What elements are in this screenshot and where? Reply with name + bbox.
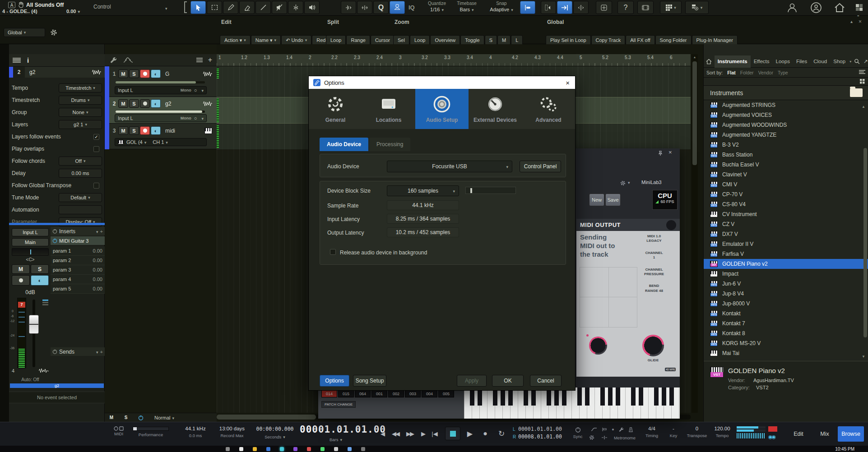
sort-option[interactable]: Type: [778, 70, 788, 75]
knob-glide[interactable]: [642, 335, 664, 356]
instrument-item[interactable]: VST3 Jup-8000 V: [704, 299, 868, 309]
autoscroll-button[interactable]: [557, 1, 572, 14]
automation-mode[interactable]: Auto: Off: [12, 377, 49, 382]
pan-control[interactable]: [12, 248, 49, 256]
pencil-tool-button[interactable]: [223, 1, 238, 14]
track-solo-button[interactable]: S: [129, 69, 139, 78]
loop-range-display[interactable]: L00001.01.01.00 R00008.01.01.00: [513, 426, 562, 440]
folder-icon[interactable]: [850, 88, 863, 97]
macro-button[interactable]: L: [511, 35, 523, 45]
audio-device-dropdown[interactable]: Focusrite USB: [387, 161, 512, 172]
pin-icon[interactable]: [658, 151, 663, 156]
instrument-item[interactable]: VST3 B-3 V2: [704, 140, 868, 150]
patch-number-box[interactable]: 001: [371, 390, 387, 397]
grid-view-icon[interactable]: [860, 79, 865, 84]
prev-bar-button[interactable]: ◀: [377, 428, 388, 439]
sync-toggle[interactable]: Sync: [570, 426, 586, 439]
grid-view-button[interactable]: [660, 1, 682, 14]
add-track-plus-icon[interactable]: +: [208, 56, 212, 64]
instrument-item[interactable]: Impact: [704, 269, 868, 279]
control-link-label[interactable]: Control: [93, 4, 111, 10]
return-to-start-button[interactable]: |◀: [429, 428, 441, 439]
clip-indicator[interactable]: 7: [18, 302, 25, 308]
layer-stack-icon[interactable]: [42, 300, 48, 307]
track-mute-button[interactable]: M: [118, 126, 128, 135]
rewind-button[interactable]: ◀◀: [389, 428, 402, 439]
param-row[interactable]: param 5 0.00: [51, 284, 105, 294]
channel-input-button[interactable]: Input L: [12, 228, 49, 236]
play-overlaps-checkbox[interactable]: [93, 146, 99, 152]
instrument-item[interactable]: VST3 Jun-6 V: [704, 279, 868, 289]
macro-button[interactable]: Loop: [326, 35, 346, 45]
bars-label[interactable]: Bars: [330, 437, 342, 442]
stop-button[interactable]: [445, 427, 460, 440]
release-audio-checkbox[interactable]: [330, 249, 336, 255]
workspace-icon[interactable]: [855, 4, 866, 13]
macro-button[interactable]: ↶ Undo: [281, 35, 311, 45]
macro-button[interactable]: Copy Track: [591, 35, 626, 45]
tempo-display[interactable]: 120.00 Tempo: [712, 426, 732, 438]
plugin-piano-keyboard[interactable]: [464, 387, 680, 419]
macro-button[interactable]: S: [485, 35, 497, 45]
click-marker-icon[interactable]: [602, 427, 607, 432]
track-header-2[interactable]: 2 M S ◐ g2 Input L Mono ○: [105, 97, 217, 124]
param-row[interactable]: param 4 0.00: [51, 275, 105, 284]
dialog-titlebar[interactable]: Options ×: [309, 76, 575, 89]
line-tool-button[interactable]: [255, 1, 271, 14]
instrument-item[interactable]: VST3 Augmented YANGTZE: [704, 130, 868, 140]
quantize-selector[interactable]: Quantize 1/16: [423, 1, 450, 12]
auto-mode-label[interactable]: All Sounds Off: [26, 2, 64, 8]
macro-button[interactable]: Loop: [410, 35, 430, 45]
instrument-item[interactable]: CV Instrument: [704, 209, 868, 219]
patch-number-box[interactable]: 003: [405, 390, 421, 397]
taskbar-app-icon[interactable]: [266, 447, 270, 451]
view-edit-button[interactable]: Edit: [785, 426, 812, 442]
precount-icon[interactable]: [591, 427, 597, 432]
eraser-tool-button[interactable]: [239, 1, 255, 14]
channel-mode-icon[interactable]: ○: [194, 88, 197, 93]
taskbar-app-icon[interactable]: [239, 447, 243, 451]
timebase-selector[interactable]: Timebase Bars: [453, 1, 481, 12]
close-macrobar-icon[interactable]: ×: [859, 18, 862, 25]
list-scroll-up-icon[interactable]: ▲: [862, 105, 865, 109]
fader-handle[interactable]: [29, 315, 39, 334]
pad-grid[interactable]: [580, 267, 637, 327]
instrument-item[interactable]: VST3 Kontakt 8: [704, 328, 868, 338]
browser-tab[interactable]: Shop: [830, 55, 849, 68]
track-input-row[interactable]: Input L Mono ○: [115, 114, 207, 122]
channel-monitor-button[interactable]: ◐: [31, 275, 49, 286]
global-mute-button[interactable]: M: [107, 414, 116, 421]
timing-display[interactable]: 4/4 Timing: [642, 426, 662, 438]
tab-external-devices[interactable]: External Devices: [469, 89, 522, 129]
metronome-icon[interactable]: [628, 427, 633, 432]
knob-left[interactable]: [589, 337, 607, 355]
bend-marker-button[interactable]: [341, 1, 356, 14]
track-monitor-button[interactable]: ◐: [151, 126, 161, 135]
play-button[interactable]: ▶: [462, 427, 478, 440]
wrench-icon[interactable]: [110, 57, 117, 64]
support-icon[interactable]: [810, 2, 822, 14]
snap-value[interactable]: Adaptive: [487, 7, 516, 12]
headphone-toggle-icon[interactable]: ◉◉: [768, 434, 775, 440]
param-row[interactable]: param 1 0.00: [51, 246, 105, 256]
track-monitor-button[interactable]: ◐: [151, 99, 161, 108]
track-name[interactable]: midi: [165, 128, 175, 134]
loop-button[interactable]: ↻: [494, 427, 509, 440]
channel-mode-icon[interactable]: ○: [194, 115, 197, 121]
search-icon[interactable]: [854, 58, 860, 65]
quantize-tool-button[interactable]: Q: [373, 1, 389, 14]
seconds-label[interactable]: Seconds: [265, 434, 285, 439]
instrument-item[interactable]: Mai Tai: [704, 348, 868, 358]
song-setup-button[interactable]: Song Setup: [353, 375, 386, 387]
taskbar-app-icon[interactable]: [307, 447, 311, 451]
taskbar-app-icon[interactable]: [361, 447, 365, 451]
block-size-dropdown[interactable]: 160 samples: [387, 185, 459, 196]
track-header-3[interactable]: 3 M S ◐ midi GOL (4 CH 1: [105, 124, 217, 149]
midi-setting[interactable]: MIDI 1.0 LEGACY: [640, 234, 668, 244]
expand-browser-icon[interactable]: ↗: [863, 58, 868, 65]
track-size-mode[interactable]: Normal: [154, 415, 174, 420]
wrench-small-icon[interactable]: [619, 427, 624, 432]
tab-audio-setup[interactable]: Audio Setup: [415, 89, 469, 129]
patch-number-box[interactable]: 014: [321, 390, 337, 397]
automation-curve-icon[interactable]: [123, 57, 133, 63]
